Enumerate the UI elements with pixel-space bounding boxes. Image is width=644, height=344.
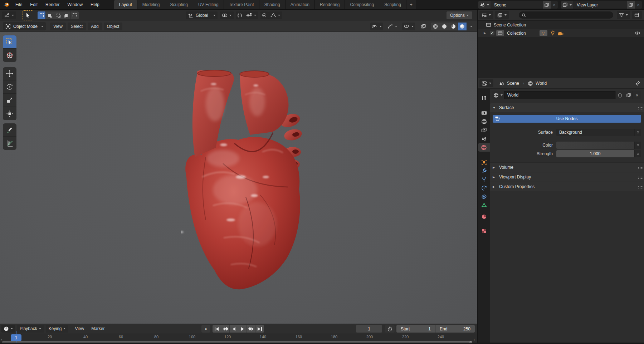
- play-button[interactable]: [238, 325, 247, 333]
- editor-type-dropdown[interactable]: [2, 11, 16, 19]
- surface-decorator[interactable]: [634, 129, 641, 136]
- select-mode-intersect-button[interactable]: [70, 11, 79, 19]
- timeline-editor-type-dropdown[interactable]: [1, 325, 15, 333]
- heart-model-object[interactable]: [181, 70, 302, 291]
- mesh-object-badge[interactable]: ▽: [540, 30, 547, 36]
- breadcrumb-scene[interactable]: Scene: [507, 81, 519, 86]
- menu-help[interactable]: Help: [87, 0, 103, 9]
- shading-settings-dropdown[interactable]: [467, 23, 474, 30]
- custom-properties-panel-header[interactable]: ▶ Custom Properties: [490, 182, 644, 191]
- color-swatch-field[interactable]: [556, 142, 634, 149]
- blender-logo-icon[interactable]: [3, 2, 9, 7]
- panel-grip-icon[interactable]: [638, 177, 639, 177]
- tab-particles[interactable]: [478, 175, 490, 184]
- scene-new-copy-button[interactable]: [543, 1, 551, 9]
- menu-render[interactable]: Render: [42, 0, 63, 9]
- jump-to-start-button[interactable]: [213, 325, 221, 333]
- keying-dropdown[interactable]: Keying: [46, 325, 69, 333]
- volume-panel-header[interactable]: ▶ Volume: [490, 162, 644, 172]
- color-decorator[interactable]: [634, 142, 641, 149]
- workspace-tab-scripting[interactable]: Scripting: [379, 0, 406, 9]
- strength-value-field[interactable]: 1.000: [556, 150, 634, 157]
- tab-physics[interactable]: [478, 184, 490, 192]
- outliner-search[interactable]: [519, 11, 613, 19]
- world-name-field[interactable]: [504, 91, 615, 99]
- breadcrumb-world[interactable]: World: [536, 81, 547, 86]
- select-mode-invert-button[interactable]: [62, 11, 70, 19]
- tab-render[interactable]: [478, 109, 490, 117]
- camera-icon[interactable]: [557, 31, 564, 36]
- select-mode-set-button[interactable]: [38, 11, 46, 19]
- overlays-dropdown[interactable]: [402, 23, 415, 30]
- use-nodes-button[interactable]: Use Nodes: [493, 115, 641, 123]
- unlink-world-button[interactable]: ×: [633, 91, 641, 99]
- tool-scale-button[interactable]: [3, 94, 16, 107]
- frame-start-field[interactable]: Start 1: [396, 325, 435, 333]
- tool-measure-button[interactable]: [3, 137, 16, 150]
- tool-cursor-button[interactable]: [3, 49, 16, 62]
- proportional-editing-toggle[interactable]: [260, 11, 268, 19]
- gizmos-dropdown[interactable]: [386, 23, 399, 30]
- tab-scene[interactable]: [478, 134, 490, 143]
- snap-settings-dropdown[interactable]: [244, 11, 258, 19]
- active-tool-select-box[interactable]: [23, 10, 33, 20]
- play-reverse-button[interactable]: [230, 325, 238, 333]
- tool-select-box-button[interactable]: [3, 35, 16, 49]
- playback-dropdown[interactable]: Playback: [17, 325, 44, 333]
- menu-file[interactable]: File: [11, 0, 26, 9]
- tool-transform-button[interactable]: [3, 107, 16, 120]
- add-workspace-button[interactable]: +: [406, 0, 416, 9]
- viewport-display-panel-header[interactable]: ▶ Viewport Display: [490, 172, 644, 182]
- scene-name[interactable]: Scene: [491, 3, 543, 8]
- prev-keyframe-button[interactable]: [221, 325, 230, 333]
- properties-editor-type-dropdown[interactable]: [479, 79, 493, 87]
- shading-rendered-button[interactable]: [458, 23, 467, 30]
- view-layer-remove-button[interactable]: ×: [635, 1, 642, 9]
- viewport-menu-object[interactable]: Object: [104, 23, 123, 30]
- outliner-filter-dropdown[interactable]: [617, 11, 630, 19]
- mode-selector-dropdown[interactable]: Object Mode: [3, 22, 46, 30]
- tool-move-button[interactable]: [3, 67, 16, 80]
- shading-solid-button[interactable]: [440, 23, 449, 30]
- tab-modifiers[interactable]: [478, 167, 490, 175]
- fake-user-button[interactable]: [615, 91, 624, 99]
- view-layer-new-copy-button[interactable]: [627, 1, 635, 9]
- menu-window[interactable]: Window: [63, 0, 87, 9]
- tool-rotate-button[interactable]: [3, 80, 16, 94]
- jump-to-end-button[interactable]: [255, 325, 264, 333]
- panel-grip-icon[interactable]: [638, 107, 639, 108]
- tab-object-data[interactable]: [478, 201, 490, 210]
- workspace-tab-sculpting[interactable]: Sculpting: [165, 0, 193, 9]
- next-keyframe-button[interactable]: [247, 325, 255, 333]
- tab-object[interactable]: [478, 158, 490, 167]
- strength-decorator[interactable]: [634, 150, 641, 157]
- scene-unlink-button[interactable]: ×: [551, 1, 558, 9]
- ruler-right-chevron-icon[interactable]: ‹: [474, 337, 475, 341]
- outliner-editor-type-dropdown[interactable]: [479, 11, 493, 19]
- pin-icon[interactable]: [635, 81, 640, 86]
- shading-material-button[interactable]: [449, 23, 458, 30]
- collection-checkbox[interactable]: ✓: [490, 31, 494, 35]
- use-preview-range-toggle[interactable]: [385, 325, 395, 333]
- surface-type-dropdown[interactable]: Background: [556, 129, 634, 136]
- outliner-row-collection[interactable]: ▶ ✓ Collection ▽: [478, 29, 644, 37]
- ruler-left-chevron-icon[interactable]: ›: [1, 337, 2, 341]
- panel-divider[interactable]: [477, 10, 478, 344]
- tab-constraints[interactable]: [478, 192, 490, 201]
- tab-output[interactable]: [478, 117, 490, 126]
- options-dropdown[interactable]: Options: [447, 11, 472, 19]
- viewport-menu-select[interactable]: Select: [68, 23, 86, 30]
- outliner-search-input[interactable]: [528, 13, 610, 18]
- new-world-button[interactable]: [624, 91, 633, 99]
- tab-view-layer[interactable]: [478, 126, 490, 134]
- view-layer-browse-button[interactable]: [561, 1, 573, 9]
- view-layer-name[interactable]: View Layer: [573, 3, 627, 8]
- viewport-3d[interactable]: Object Mode View Select Add Object: [0, 21, 477, 324]
- outliner-display-mode-dropdown[interactable]: [495, 11, 509, 19]
- workspace-tab-shading[interactable]: Shading: [259, 0, 286, 9]
- timeline-menu-view[interactable]: View: [71, 326, 88, 331]
- panel-grip-icon[interactable]: [638, 167, 639, 168]
- world-browse-button[interactable]: [492, 91, 504, 99]
- snap-toggle-button[interactable]: [236, 11, 244, 19]
- current-frame-field[interactable]: 1: [356, 325, 382, 333]
